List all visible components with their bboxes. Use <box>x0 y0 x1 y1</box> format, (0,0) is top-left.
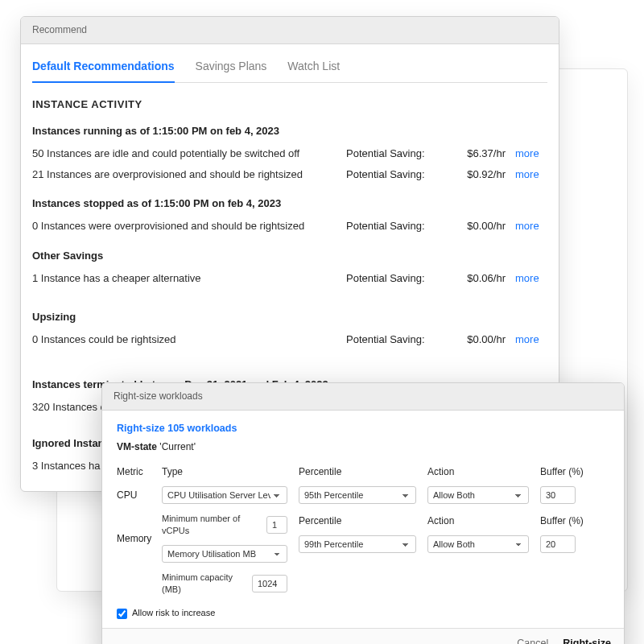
dialog-footer: Cancel Right-size <box>102 628 624 644</box>
mem-buffer-input[interactable] <box>540 535 576 553</box>
col-type: Type <box>162 465 287 479</box>
rightsize-button[interactable]: Right-size <box>563 637 611 644</box>
col-action: Action <box>427 465 529 479</box>
stopped-heading: Instances stopped as of 1:15:00 PM on fe… <box>32 196 547 211</box>
col-percentile-2: Percentile <box>299 514 416 528</box>
dialog-header: Right-size workloads <box>102 383 624 411</box>
col-action-2: Action <box>427 514 529 528</box>
potential-saving-label: Potential Saving: <box>346 147 443 161</box>
tab-watch-list[interactable]: Watch List <box>287 56 340 83</box>
col-buffer: Buffer (%) <box>540 465 597 479</box>
mem-percentile-select[interactable]: 99th Percentile <box>299 535 416 553</box>
row-desc: 0 Instances were overprovisioned and sho… <box>32 219 346 233</box>
row-amount: $0.00/hr <box>443 219 515 233</box>
row-desc: 1 Instance has a cheaper alternative <box>32 271 346 286</box>
rightsize-dialog: Right-size workloads Right-size 105 work… <box>101 382 625 644</box>
cpu-percentile-select[interactable]: 95th Percentile <box>299 486 416 504</box>
cpu-buffer-input[interactable] <box>540 486 576 504</box>
potential-saving-label: Potential Saving: <box>346 332 443 347</box>
other-heading: Other Savings <box>32 249 547 263</box>
memory-type-select[interactable]: Memory Utilisation MB <box>162 545 287 563</box>
cpu-type-select[interactable]: CPU Utilisation Server Level <box>162 486 287 504</box>
cpu-label: CPU <box>117 484 162 506</box>
more-link[interactable]: more <box>515 272 539 284</box>
more-link[interactable]: more <box>515 333 539 345</box>
cancel-button[interactable]: Cancel <box>517 637 548 644</box>
row-desc: 0 Instances could be rightsized <box>32 332 346 347</box>
running-row-2: 21 Instances are overprovisioned and sho… <box>32 164 547 185</box>
row-amount: $6.37/hr <box>443 147 515 161</box>
vm-state-label: VM-state <box>117 441 157 452</box>
more-link[interactable]: more <box>515 168 539 180</box>
stopped-row-1: 0 Instances were overprovisioned and sho… <box>32 216 547 237</box>
memory-label: Memory <box>117 527 162 550</box>
vm-state-value: 'Current' <box>159 441 196 452</box>
mem-min-label: Minimum capacity (MB) <box>162 572 247 597</box>
tab-default-recommendations[interactable]: Default Recommendations <box>32 56 175 83</box>
running-heading: Instances running as of 1:15:00 PM on fe… <box>32 124 547 138</box>
row-desc: 50 Instances are idle and could potentia… <box>32 147 346 161</box>
other-row-1: 1 Instance has a cheaper alternative Pot… <box>32 268 547 289</box>
col-metric: Metric <box>117 465 162 479</box>
row-desc: 21 Instances are overprovisioned and sho… <box>32 167 346 182</box>
potential-saving-label: Potential Saving: <box>346 271 443 286</box>
row-amount: $0.00/hr <box>443 332 515 347</box>
row-amount: $0.92/hr <box>443 167 515 182</box>
vm-state: VM-state 'Current' <box>117 440 609 454</box>
row-amount: $0.06/hr <box>443 271 515 286</box>
tab-savings-plans[interactable]: Savings Plans <box>196 56 267 83</box>
potential-saving-label: Potential Saving: <box>346 219 443 233</box>
potential-saving-label: Potential Saving: <box>346 167 443 182</box>
metrics-grid: Metric CPU Memory Type CPU Utilisation S… <box>117 465 609 596</box>
more-link[interactable]: more <box>515 147 539 159</box>
instance-activity-title: INSTANCE ACTIVITY <box>32 97 547 112</box>
col-buffer-2: Buffer (%) <box>540 514 597 528</box>
cpu-min-label: Minimum number of vCPUs <box>162 513 262 538</box>
upsizing-row-1: 0 Instances could be rightsized Potentia… <box>32 329 547 350</box>
cpu-action-select[interactable]: Allow Both <box>427 486 529 504</box>
col-percentile: Percentile <box>299 465 416 479</box>
more-link[interactable]: more <box>515 220 539 232</box>
allow-risk-row: Allow risk to increase <box>117 607 609 619</box>
running-row-1: 50 Instances are idle and could potentia… <box>32 143 547 164</box>
recommend-header: Recommend <box>21 17 559 44</box>
upsizing-heading: Upsizing <box>32 310 547 324</box>
allow-risk-label: Allow risk to increase <box>132 607 215 619</box>
recommend-tabs: Default Recommendations Savings Plans Wa… <box>32 51 547 84</box>
dialog-title: Right-size 105 workloads <box>117 422 609 436</box>
mem-min-input[interactable] <box>252 575 287 592</box>
allow-risk-checkbox[interactable] <box>117 609 127 619</box>
cpu-min-input[interactable] <box>266 516 287 534</box>
mem-action-select[interactable]: Allow Both <box>427 535 529 553</box>
